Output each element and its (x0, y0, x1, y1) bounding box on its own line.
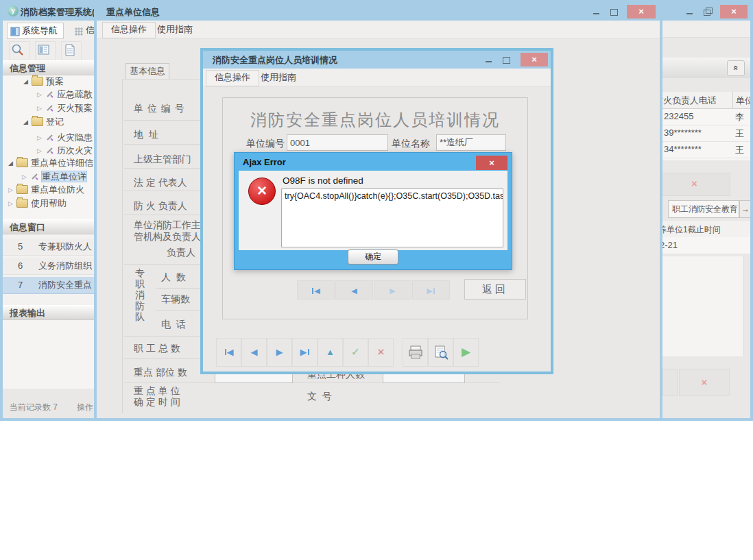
return-button[interactable]: 返回 (464, 279, 526, 300)
delete-x-icon: × (702, 376, 708, 388)
dialog-close-button[interactable]: × (476, 156, 507, 170)
tree-item-leaf[interactable]: ▷历次火灾 (3, 143, 93, 157)
tab-staff-fire-education[interactable]: 职工消防安全教育 (668, 200, 739, 218)
folder-icon (32, 77, 43, 86)
right-header-band: « (662, 58, 750, 78)
training-titlebar[interactable]: 消防安全重点岗位人员培训情况 × (203, 51, 551, 69)
document-button[interactable] (61, 41, 82, 60)
tab-basic-info[interactable]: 基本信息 (126, 63, 169, 80)
maximize-button[interactable] (605, 5, 623, 19)
toolbar-run-button[interactable]: ▶ (453, 338, 479, 367)
right-titlebar[interactable]: × (662, 3, 750, 21)
right-empty-panel (662, 256, 744, 356)
grid-icon (74, 26, 84, 36)
tree-item-leaf[interactable]: ▷灭火预案 (3, 101, 93, 114)
label-legal-rep: 法 定 代表人 (134, 177, 187, 189)
tab-info[interactable]: 信 (74, 23, 95, 38)
toolbar-first-button[interactable]: ◀ (216, 338, 241, 367)
record-prev-button[interactable]: ◀ (335, 280, 373, 300)
expander-icon[interactable]: ◢ (23, 115, 32, 129)
close-button[interactable]: × (627, 5, 656, 19)
collapse-button[interactable]: « (727, 60, 745, 76)
next-record-icon: ▶ (390, 287, 395, 295)
tree-item-leaf[interactable]: ▷火灾隐患 (3, 130, 93, 144)
minimize-button[interactable] (680, 5, 698, 19)
search-icon (11, 43, 25, 57)
menu-info-ops[interactable]: 信息操作 (206, 70, 259, 86)
tree-item-folder[interactable]: ◢登记 (3, 114, 64, 128)
expander-icon[interactable]: ▷ (8, 197, 16, 210)
toolbar-last-button[interactable]: ▶ (292, 338, 318, 367)
menu-user-guide[interactable]: 使用指南 (252, 70, 304, 85)
next-icon: ▶ (276, 347, 283, 357)
maximize-button[interactable] (497, 53, 515, 66)
tree-item-folder[interactable]: ▷重点单位防火 (3, 182, 84, 196)
expander-icon[interactable]: ◢ (23, 75, 32, 88)
toolbar-prev-button[interactable]: ◀ (241, 338, 267, 367)
label-vehicle-count: 车辆数 (161, 293, 190, 306)
table-row[interactable]: 34******** 王 (662, 141, 750, 158)
col-header-fire-phone: 防火负责人电话 (662, 95, 717, 107)
toolbar-preview-button[interactable] (428, 338, 453, 367)
close-button[interactable]: × (521, 53, 548, 66)
close-icon: × (638, 6, 644, 16)
form-view-button[interactable] (35, 41, 56, 60)
printer-icon (408, 345, 423, 360)
expander-icon[interactable]: ▷ (37, 88, 45, 101)
close-icon: × (731, 6, 737, 16)
table-row[interactable]: 39******** 王 (662, 125, 750, 142)
collapse-up-icon: « (729, 65, 743, 70)
search-button[interactable] (9, 41, 29, 60)
dialog-body: × O98F is not defined try{OAC4.stopAll()… (239, 171, 507, 250)
error-detail-box[interactable]: try{OAC4.stopAll()}catch(e){};O35C.start… (281, 188, 503, 247)
table-header-row: 防火负责人电话 单位 (662, 92, 750, 109)
training-menubar: 信息操作 使用指南 (203, 69, 551, 87)
table-row[interactable]: 232455 李 (662, 108, 750, 125)
tab-scroll-right-button[interactable]: → (739, 200, 750, 218)
input-unit-name[interactable] (436, 134, 506, 151)
expander-icon[interactable]: ▷ (8, 183, 16, 197)
folder-icon (32, 117, 43, 126)
tree-item-folder[interactable]: ▷使用帮助 (3, 196, 67, 210)
training-window-title: 消防安全重点岗位人员培训情况 (213, 54, 337, 66)
toolbar-next-button[interactable]: ▶ (267, 338, 292, 367)
toolbar-edit-button[interactable]: ▲ (318, 338, 343, 367)
x-icon: × (378, 345, 385, 358)
error-icon: × (248, 178, 276, 205)
record-first-button[interactable]: ◀ (297, 280, 335, 300)
expander-icon[interactable]: ▷ (37, 131, 45, 145)
restore-button[interactable] (698, 5, 716, 19)
minimize-button[interactable] (479, 53, 497, 66)
hammer-icon (45, 104, 54, 112)
record-next-button[interactable]: ▶ (374, 280, 411, 300)
input-unit-no[interactable] (287, 134, 388, 151)
minimize-button[interactable] (587, 5, 605, 19)
expander-icon[interactable]: ▷ (22, 170, 30, 184)
tab-system-nav[interactable]: 系统导航 (7, 23, 64, 39)
tree-item-folder[interactable]: ◢预案 (3, 75, 64, 88)
prev-icon: ◀ (251, 347, 258, 357)
play-icon: ▶ (462, 345, 470, 358)
expander-icon[interactable]: ▷ (37, 101, 45, 115)
delete-button-bottom[interactable]: × (679, 369, 730, 396)
menu-user-guide[interactable]: 使用指南 (149, 22, 201, 37)
tree-item-folder[interactable]: ◢重点单位详细信 (3, 156, 93, 169)
partial-button[interactable] (662, 369, 678, 396)
label-unit-name: 单位名称 (392, 138, 430, 150)
tree-item-leaf[interactable]: ▷应急疏散 (3, 87, 93, 101)
expander-icon[interactable]: ◢ (8, 156, 16, 170)
ok-button[interactable]: 确定 (348, 249, 398, 265)
label-doc-no: 文 号 (307, 391, 332, 403)
tree-item-leaf-selected[interactable]: ▷重点单位详 (3, 169, 86, 183)
delete-record-button[interactable]: × (662, 173, 730, 196)
toolbar-print-button[interactable] (403, 338, 428, 367)
toolbar-cancel-button[interactable]: × (368, 338, 394, 367)
toolbar-confirm-button[interactable]: ✓ (343, 338, 368, 367)
label-key-parts: 重点 部位 数 (134, 367, 187, 379)
close-button[interactable]: × (720, 5, 748, 19)
unit-titlebar[interactable]: 重点单位信息 × (97, 3, 660, 21)
record-last-button[interactable]: ▶ (412, 280, 450, 300)
right-window: × « 防火负责人电话 单位 232455 李 39******** 王 34*… (660, 0, 753, 421)
table2-row[interactable]: 2-21 (662, 237, 750, 254)
menu-info-ops[interactable]: 信息操作 (102, 22, 156, 38)
